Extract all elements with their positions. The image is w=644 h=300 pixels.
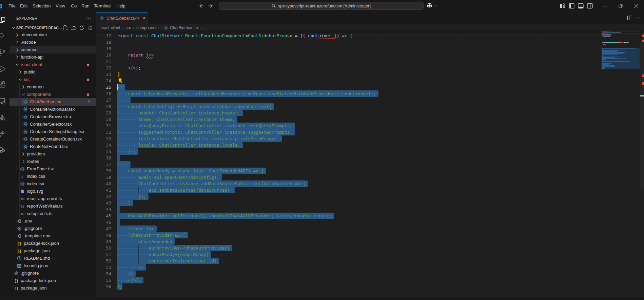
tree-file-package.json[interactable]: {}package.json xyxy=(9,284,96,292)
tab-chatsidebar[interactable]: ChatSidebar.tsx 4 ✕ xyxy=(96,12,148,24)
minimize-button[interactable] xyxy=(597,0,613,12)
tree-file-setupTests.ts[interactable]: TSsetupTests.ts xyxy=(9,210,96,217)
tree-file-ContainerActionBar.tsx[interactable]: ContainerActionBar.tsx xyxy=(9,106,96,113)
menu-view[interactable]: View xyxy=(53,0,68,12)
tree-file-logo.svg[interactable]: logo.svg xyxy=(9,188,96,195)
run-debug-activity-icon[interactable] xyxy=(0,65,6,73)
tree-file-react-app-env.d.ts[interactable]: TSreact-app-env.d.ts xyxy=(9,195,96,202)
tree-folder-components[interactable]: components xyxy=(9,91,96,98)
tree-folder-public[interactable]: public xyxy=(9,68,96,76)
tree-file-package-lock.json[interactable]: {}package-lock.json xyxy=(9,240,96,247)
explorer-activity-icon[interactable] xyxy=(0,16,6,24)
menu-terminal[interactable]: Terminal xyxy=(91,0,113,12)
comment-token: ····const·[chatAuthProvider,·setChatAuth… xyxy=(117,91,376,96)
breadcrumb-ChatSidebartsx[interactable]: ChatSidebar.tsx xyxy=(164,25,199,30)
tree-folder-function-api[interactable]: function-api xyxy=(9,53,96,61)
split-editor-icon[interactable] xyxy=(627,15,632,21)
tree-folder-.vscode[interactable]: .vscode xyxy=(9,39,96,46)
copilot-button[interactable] xyxy=(426,2,437,9)
code-line-46: 46 xyxy=(96,219,644,226)
new-folder-icon[interactable] xyxy=(71,25,76,30)
extensions-activity-icon[interactable] xyxy=(0,81,6,89)
tree-folder-common[interactable]: common xyxy=(9,46,96,53)
command-center-search[interactable]: spe-typescript-react-azurefunction [Admi… xyxy=(219,2,424,10)
line-number: 36 xyxy=(96,155,111,161)
tab-close-icon[interactable]: ✕ xyxy=(142,16,147,21)
menu-go[interactable]: Go xyxy=(68,0,79,12)
tree-file-CreateContainerButton.tsx[interactable]: CreateContainerButton.tsx xyxy=(9,135,96,143)
tree-file-RouteNotFound.tsx[interactable]: RouteNotFound.tsx xyxy=(9,143,96,150)
minimap[interactable] xyxy=(602,31,640,297)
toggle-secondary-sidebar-icon[interactable] xyxy=(587,3,593,9)
more-actions-icon[interactable] xyxy=(636,15,641,21)
menu-selection[interactable]: Selection xyxy=(30,0,53,12)
project-header[interactable]: SPE-TYPESCRIPT-REAC... xyxy=(9,24,96,31)
json-file-icon-graphic: {} xyxy=(14,285,19,291)
azure-activity-icon[interactable] xyxy=(0,113,6,122)
comment-token: /* xyxy=(117,85,122,90)
whitespace-dot: · xyxy=(122,265,125,270)
tree-file-index.tsx[interactable]: index.tsx xyxy=(9,180,96,188)
search-activity-icon[interactable] xyxy=(0,32,6,40)
tree-file-ErrorPage.tsx[interactable]: ErrorPage.tsx xyxy=(9,165,96,173)
tree-file-ChatSidebar.tsx[interactable]: ChatSidebar.tsx4 xyxy=(9,98,96,106)
tree-file-.gitignore[interactable]: .gitignore xyxy=(9,225,96,232)
code-text: ····)} xyxy=(117,271,133,277)
tree-folder-react-client[interactable]: react-client xyxy=(9,61,96,68)
css-file-icon: # xyxy=(20,174,25,179)
lightbulb-sparkle-icon[interactable] xyxy=(117,78,123,84)
error-dot-badge xyxy=(87,93,89,96)
new-file-icon[interactable] xyxy=(63,25,68,30)
tree-file-package.json[interactable]: {}package.json xyxy=(9,247,96,255)
react-file-icon-graphic xyxy=(20,181,25,187)
refresh-icon[interactable] xyxy=(79,25,84,30)
breadcrumb-reactclient[interactable]: react-client xyxy=(100,25,120,30)
breadcrumb-components[interactable]: components xyxy=(136,25,158,30)
restore-button[interactable] xyxy=(613,0,628,12)
menu-run[interactable]: Run xyxy=(79,0,92,12)
close-button[interactable] xyxy=(628,0,644,12)
toggle-panel-icon[interactable] xyxy=(578,3,584,9)
menu-file[interactable]: File xyxy=(6,0,18,12)
tree-file-ContainerSelector.tsx[interactable]: ContainerSelector.tsx xyxy=(9,121,96,128)
tree-folder-src[interactable]: src xyxy=(9,76,96,83)
remote-explorer-activity-icon[interactable] xyxy=(0,97,6,105)
tree-file-reportWebVitals.ts[interactable]: TSreportWebVitals.ts xyxy=(9,202,96,210)
back-arrow-icon[interactable] xyxy=(199,3,204,8)
chevron-right-icon-graphic xyxy=(15,47,20,52)
toggle-sidebar-icon[interactable] xyxy=(569,3,574,9)
tree-file-index.css[interactable]: #index.css xyxy=(9,173,96,180)
tree-folder-routes[interactable]: routes xyxy=(9,158,96,165)
tree-file-package-lock.json[interactable]: {}package-lock.json xyxy=(9,277,96,284)
source-control-activity-icon[interactable] xyxy=(0,48,6,57)
tree-file-ContainerBrowser.tsx[interactable]: ContainerBrowser.tsx xyxy=(9,113,96,121)
whitespace-dot: · xyxy=(128,252,131,257)
code-editor[interactable]: 17export const ChatSidebar: React.Functi… xyxy=(96,31,644,297)
menu-edit[interactable]: Edit xyxy=(17,0,30,12)
teams-toolkit-activity-icon[interactable] xyxy=(0,146,6,154)
workflow-activity-icon[interactable] xyxy=(0,130,6,138)
views-more-actions-icon[interactable] xyxy=(86,16,91,21)
tree-file-.template.env[interactable]: .template.env xyxy=(9,232,96,240)
tree-file-ContainerSettingsDialog.tsx[interactable]: ContainerSettingsDialog.tsx xyxy=(9,128,96,135)
scrollbar-thumb[interactable] xyxy=(640,44,644,189)
collapse-all-icon[interactable] xyxy=(87,25,93,30)
forward-arrow-icon[interactable] xyxy=(208,3,213,8)
menu-help[interactable]: Help xyxy=(114,0,128,12)
code-text: ············api.setDataSources(dataSourc… xyxy=(117,187,232,193)
customize-layout-icon[interactable] xyxy=(560,3,565,9)
tree-file-README.md[interactable]: README.md xyxy=(9,255,96,262)
breadcrumb-src[interactable]: src xyxy=(125,25,131,30)
explorer-activity-icon-graphic xyxy=(0,16,6,24)
tree-file-tsconfig.json[interactable]: TStsconfig.json xyxy=(9,262,96,270)
ruler-error-mark xyxy=(642,82,644,85)
whitespace-dot: · xyxy=(122,200,125,206)
tree-folder-common[interactable]: common xyxy=(9,83,96,91)
tree-file-.gitignore[interactable]: .gitignore xyxy=(9,270,96,277)
tree-folder-.devcontainer[interactable]: .devcontainer xyxy=(9,31,96,39)
tree-file-.env[interactable]: .env xyxy=(9,217,96,225)
react-file-icon xyxy=(23,107,28,112)
tree-folder-providers[interactable]: providers xyxy=(9,150,96,158)
whitespace-dot: · xyxy=(122,213,125,218)
breadcrumb-[interactable]: ... xyxy=(204,25,207,30)
